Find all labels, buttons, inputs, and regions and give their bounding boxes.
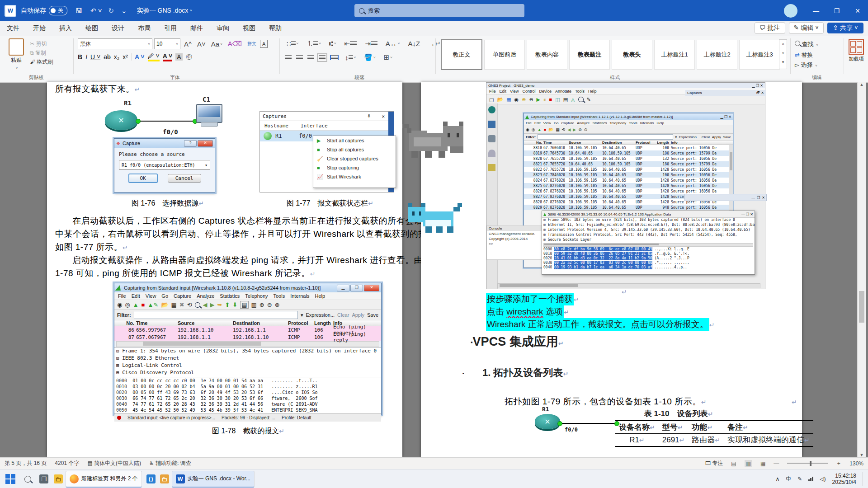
- filter-dropdown-icon[interactable]: ▾: [675, 135, 677, 139]
- start-icon[interactable]: ▲: [538, 127, 542, 132]
- interfaces-icon[interactable]: ◉: [117, 301, 122, 308]
- packet-row[interactable]: 882567.8276020 10.106.59.10510.64.40.65 …: [524, 183, 733, 188]
- packet-row[interactable]: 882267.7655720 10.106.59.10510.64.40.65 …: [524, 167, 733, 172]
- back-icon[interactable]: ◀: [203, 301, 208, 308]
- menu-item[interactable]: Telephony: [245, 293, 268, 299]
- style-item[interactable]: 教表题注: [569, 40, 610, 70]
- document-scrollbar[interactable]: ▲ ▼: [857, 82, 866, 457]
- gns3-window-buttons[interactable]: ▁ ❐ ✕: [752, 84, 763, 88]
- cloud-device-icon[interactable]: [488, 150, 495, 157]
- show-marks-icon[interactable]: →↵: [426, 39, 443, 49]
- style-item[interactable]: 上标题注1: [654, 40, 695, 70]
- stop-icon[interactable]: ■: [544, 127, 546, 132]
- hex-row[interactable]: 0030 00 2a a2 5c 00 00 17 03 03 00 2c 00…: [543, 261, 753, 265]
- maximize-button[interactable]: ❐: [350, 285, 363, 291]
- hex-row[interactable]: 0030 66 74 77 61 72 65 2c 20 32 36 30 30…: [116, 395, 379, 401]
- network-icon[interactable]: [808, 477, 813, 481]
- menu-item[interactable]: View: [543, 121, 551, 125]
- shading-icon[interactable]: 🪣˅: [362, 52, 377, 62]
- menu-item[interactable]: Edit: [500, 89, 507, 94]
- web-layout-icon[interactable]: ▦: [760, 460, 765, 467]
- packet-row[interactable]: 87657.067967 192.168.1.1192.168.1.10 ICM…: [114, 333, 381, 341]
- font-family-combo[interactable]: 黑体˅: [78, 38, 152, 49]
- close-button[interactable]: ✕: [364, 285, 379, 291]
- align-right-icon[interactable]: [307, 55, 314, 60]
- menu-item[interactable]: File: [489, 89, 496, 94]
- comments-button[interactable]: 🗩 批注: [755, 22, 785, 34]
- detail-row[interactable]: ⊞ Internet Protocol Version 4, Src: 39.1…: [542, 228, 755, 233]
- ribbon-tab[interactable]: 插入: [52, 21, 79, 36]
- apply-button[interactable]: Apply: [352, 312, 364, 318]
- enclose-char-icon[interactable]: ㊥: [186, 53, 192, 61]
- interfaces-icon[interactable]: ◉: [526, 127, 529, 132]
- ribbon-tab[interactable]: 布局: [131, 21, 157, 36]
- ok-button[interactable]: OK: [128, 174, 158, 183]
- zoom-level[interactable]: 130%: [849, 460, 863, 467]
- vscode-icon[interactable]: ⟨⟩: [146, 474, 156, 483]
- dialog-close-button[interactable]: ✕: [198, 140, 213, 147]
- style-item[interactable]: 教表内容: [527, 40, 567, 70]
- format-painter-button[interactable]: 🖌 格式刷: [30, 57, 53, 66]
- menu-item[interactable]: Control: [522, 89, 535, 94]
- menu-item[interactable]: Capture: [174, 293, 191, 299]
- packet-row[interactable]: 882067.7655720 10.106.59.10510.64.40.65 …: [524, 156, 733, 161]
- menu-item[interactable]: Help: [656, 121, 664, 125]
- close-icon[interactable]: ✕: [762, 196, 765, 200]
- topology-icon[interactable]: ◬: [571, 97, 575, 103]
- word-count[interactable]: 4201 个字: [55, 460, 79, 467]
- hex-row[interactable]: 0000 80 e8 2c df ba 9d 58 69 6c ec e8 67…: [543, 247, 753, 252]
- ribbon-tab[interactable]: 绘图: [79, 21, 105, 36]
- forward-icon[interactable]: ▶: [210, 301, 215, 308]
- detail-row[interactable]: ⊞ IEEE 802.3 Ethernet: [114, 355, 381, 362]
- minimize-button[interactable]: —: [806, 0, 826, 21]
- menu-item[interactable]: Annotate: [555, 89, 571, 94]
- expression-button[interactable]: Expression...: [679, 135, 699, 139]
- save-filter-button[interactable]: Save: [723, 135, 731, 139]
- taskbar-word-button[interactable]: W 实验一 GNS .docx - Wor...: [172, 471, 255, 488]
- floating-panel-titlebar[interactable]: —❐✕: [684, 194, 767, 201]
- ribbon-tab[interactable]: 邮件: [184, 21, 210, 36]
- redo-icon[interactable]: ↻: [107, 6, 116, 16]
- magnify-icon[interactable]: [578, 97, 584, 102]
- asian-layout-icon[interactable]: A↔˅: [384, 39, 402, 48]
- menu-item[interactable]: Internals: [640, 121, 654, 125]
- phonetic-guide-icon[interactable]: 拼文: [245, 40, 258, 48]
- snapshot-icon[interactable]: ◉: [514, 97, 519, 103]
- superscript-icon[interactable]: x²: [123, 53, 128, 61]
- zoom-in-icon[interactable]: ＋: [836, 460, 841, 467]
- context-menu-item[interactable]: ■ Stop all captures: [313, 145, 396, 154]
- autoscroll-icon[interactable]: ▥: [251, 301, 257, 308]
- share-button[interactable]: ⇪ 共享 ˅: [827, 23, 863, 33]
- minimize-button[interactable]: ▁: [337, 285, 349, 291]
- bullets-icon[interactable]: ∷˅: [285, 39, 300, 49]
- hex-row[interactable]: 0020 00 05 00 ff 43 69 73 63 6f 20 49 4f…: [116, 389, 379, 395]
- context-menu-item[interactable]: 📈 Start Wireshark: [313, 172, 396, 181]
- menu-item[interactable]: Tools: [629, 121, 637, 125]
- window-buttons[interactable]: ▁ ❐ ✕: [721, 115, 731, 119]
- style-item[interactable]: 教表头: [612, 40, 652, 70]
- menu-item[interactable]: Statistics: [593, 121, 607, 125]
- font-size-combo[interactable]: 10˅: [154, 38, 180, 49]
- popup-hscrollbar[interactable]: [543, 243, 753, 247]
- hex-row[interactable]: 0040 74 77 61 72 65 20 28 43 32 36 39 31…: [116, 401, 379, 407]
- open-project-icon[interactable]: 📂: [497, 97, 503, 103]
- gns3-hscrollbar[interactable]: [497, 283, 760, 288]
- open-icon[interactable]: 📂: [161, 301, 168, 308]
- expression-button[interactable]: Expression...: [306, 312, 335, 318]
- options-icon[interactable]: ◎: [125, 301, 130, 308]
- task-view-icon[interactable]: ❐: [39, 474, 48, 483]
- search-input[interactable]: 搜索: [354, 4, 524, 17]
- clear-button[interactable]: Clear: [337, 312, 349, 318]
- console-title[interactable]: Console: [487, 226, 542, 231]
- menu-item[interactable]: View: [146, 293, 156, 299]
- highlight-color-icon[interactable]: 🖉 ˅: [148, 52, 160, 61]
- col-hostname[interactable]: Hostname: [260, 123, 301, 129]
- taskbar-firefox-button[interactable]: 新建标签页 和另外 2 个: [66, 471, 142, 488]
- apply-button[interactable]: Apply: [712, 135, 721, 139]
- context-menu-item[interactable]: ▶ Start all captures: [313, 136, 396, 145]
- menu-item[interactable]: Go: [161, 293, 168, 299]
- gns3-captures-dock[interactable]: Captures🗗 ✕: [685, 90, 766, 96]
- hex-row[interactable]: 0010 03 00 00 0c 20 00 02 b4 5a 9a 00 01…: [116, 384, 379, 389]
- wireshark-titlebar[interactable]: Capturing from Standard input [Wireshark…: [524, 113, 733, 120]
- ribbon-tab[interactable]: 开始: [26, 21, 52, 36]
